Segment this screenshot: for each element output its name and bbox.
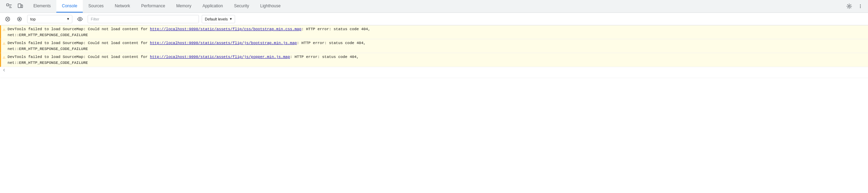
tab-security[interactable]: Security <box>228 0 255 12</box>
console-content: ⚠ DevTools failed to load SourceMap: Cou… <box>0 25 868 193</box>
console-text-before-3: DevTools failed to load SourceMap: Could… <box>8 55 150 59</box>
svg-point-6 <box>860 7 861 8</box>
tab-elements[interactable]: Elements <box>28 0 56 12</box>
warning-icon-3: ⚠ <box>3 54 6 60</box>
console-warning-row-3: ⚠ DevTools failed to load SourceMap: Cou… <box>0 53 868 67</box>
tab-performance[interactable]: Performance <box>136 0 171 12</box>
warning-icon-2: ⚠ <box>3 41 6 46</box>
tab-bar-icons <box>1 1 28 11</box>
stop-recording-icon[interactable] <box>15 14 24 24</box>
clear-console-icon[interactable] <box>3 14 13 24</box>
prompt-icon <box>3 68 6 73</box>
console-warning-row-2: ⚠ DevTools failed to load SourceMap: Cou… <box>0 39 868 53</box>
console-message-2: DevTools failed to load SourceMap: Could… <box>8 40 865 52</box>
tab-bar-right <box>844 1 868 11</box>
console-message-1: DevTools failed to load SourceMap: Could… <box>8 26 865 38</box>
settings-icon[interactable] <box>844 1 854 11</box>
console-text-line2-2: net::ERR_HTTP_RESPONSE_CODE_FAILURE <box>8 47 88 51</box>
default-levels-button[interactable]: Default levels ▾ <box>202 15 235 23</box>
svg-rect-0 <box>7 4 9 6</box>
context-selector[interactable]: top ▾ <box>27 15 72 23</box>
console-text-line2-3: net::ERR_HTTP_RESPONSE_CODE_FAILURE <box>8 61 88 65</box>
tab-application[interactable]: Application <box>197 0 228 12</box>
svg-rect-2 <box>21 5 23 8</box>
tab-bar: Elements Console Sources Network Perform… <box>0 0 868 13</box>
console-link-3[interactable]: http://localhost:9090/static/assets/flip… <box>150 55 290 59</box>
toolbar: top ▾ Filter Default levels ▾ <box>0 13 868 25</box>
console-text-before-2: DevTools failed to load SourceMap: Could… <box>8 41 150 45</box>
console-text-after-1: : HTTP error: status code 404, <box>302 27 370 31</box>
svg-point-3 <box>849 6 850 7</box>
console-text-after-3: : HTTP error: status code 404, <box>290 55 359 59</box>
svg-point-5 <box>860 6 861 7</box>
svg-point-9 <box>19 18 21 20</box>
tab-lighthouse[interactable]: Lighthouse <box>255 0 286 12</box>
filter-input[interactable]: Filter <box>88 15 199 23</box>
svg-point-4 <box>860 5 861 5</box>
context-chevron-icon: ▾ <box>67 17 69 21</box>
tab-sources[interactable]: Sources <box>83 0 109 12</box>
console-warning-row-1: ⚠ DevTools failed to load SourceMap: Cou… <box>0 25 868 39</box>
toolbar-left <box>3 14 24 24</box>
tab-network[interactable]: Network <box>109 0 136 12</box>
more-options-icon[interactable] <box>855 1 865 11</box>
console-prompt-row[interactable] <box>0 67 868 78</box>
tab-list: Elements Console Sources Network Perform… <box>28 0 844 12</box>
levels-chevron-icon: ▾ <box>230 17 232 21</box>
eye-icon[interactable] <box>75 14 85 24</box>
console-link-1[interactable]: http://localhost:9090/static/assets/flip… <box>150 27 302 31</box>
levels-label: Default levels <box>205 17 228 21</box>
svg-point-10 <box>79 18 81 20</box>
console-message-3: DevTools failed to load SourceMap: Could… <box>8 54 865 66</box>
tab-memory[interactable]: Memory <box>171 0 197 12</box>
console-text-line2-1: net::ERR_HTTP_RESPONSE_CODE_FAILURE <box>8 33 88 37</box>
console-text-after-2: : HTTP error: status code 404, <box>297 41 366 45</box>
console-text-before-1: DevTools failed to load SourceMap: Could… <box>8 27 150 31</box>
console-link-2[interactable]: http://localhost:9090/static/assets/flip… <box>150 41 297 45</box>
svg-rect-1 <box>18 4 21 8</box>
tab-console[interactable]: Console <box>56 0 83 12</box>
warning-icon-1: ⚠ <box>3 27 6 32</box>
inspect-element-icon[interactable] <box>4 1 14 11</box>
filter-placeholder: Filter <box>91 17 99 21</box>
context-value: top <box>30 17 35 21</box>
device-toolbar-icon[interactable] <box>15 1 25 11</box>
